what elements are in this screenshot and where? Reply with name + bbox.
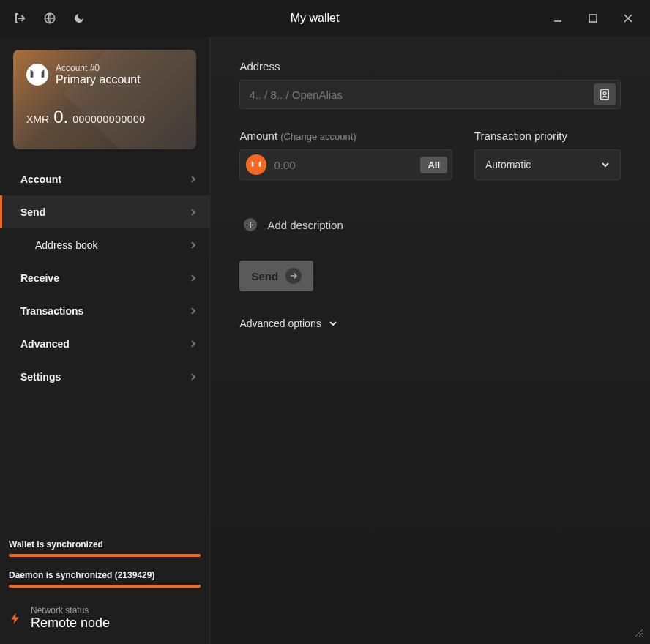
nav: Account Send Address book Receive [0, 162, 209, 393]
nav-settings[interactable]: Settings [0, 360, 209, 393]
nav-label: Transactions [20, 305, 83, 317]
arrow-right-icon [285, 268, 302, 284]
moon-icon[interactable] [72, 11, 86, 26]
nav-receive[interactable]: Receive [0, 261, 209, 294]
send-panel: Address Amount (Change account) All [210, 37, 650, 644]
nav-address-book[interactable]: Address book [0, 228, 209, 261]
chevron-right-icon [190, 340, 196, 348]
svg-point-7 [603, 92, 606, 95]
wallet-sync-status: Wallet is synchronized [9, 539, 201, 550]
nav-account[interactable]: Account [0, 162, 209, 195]
account-card[interactable]: Account #0 Primary account XMR 0. 000000… [13, 50, 196, 149]
nav-label: Receive [20, 272, 59, 284]
nav-label: Advanced [20, 338, 70, 350]
network-status[interactable]: Network status Remote node [9, 601, 201, 635]
monero-logo-icon [26, 64, 48, 86]
nav-label: Address book [35, 239, 98, 251]
balance: XMR 0. 000000000000 [26, 107, 183, 127]
address-label: Address [239, 60, 621, 72]
maximize-button[interactable] [578, 7, 608, 29]
change-account-link[interactable]: (Change account) [280, 131, 356, 142]
nav-send[interactable]: Send [0, 195, 209, 228]
logout-icon[interactable] [13, 11, 28, 26]
nav-label: Settings [20, 371, 61, 383]
chevron-right-icon [190, 307, 196, 315]
amount-label: Amount (Change account) [239, 130, 452, 142]
svg-rect-2 [589, 15, 597, 22]
add-description-label: Add description [267, 219, 343, 231]
chevron-right-icon [190, 175, 196, 184]
network-status-label: Network status [31, 605, 110, 615]
bolt-icon [9, 609, 22, 628]
add-description-button[interactable]: + Add description [239, 218, 621, 231]
priority-select[interactable]: Automatic [474, 149, 621, 180]
sidebar: Account #0 Primary account XMR 0. 000000… [0, 37, 210, 644]
daemon-sync-bar [9, 585, 201, 588]
account-name: Primary account [56, 73, 141, 86]
priority-value: Automatic [485, 159, 531, 171]
chevron-right-icon [190, 208, 196, 217]
amount-all-button[interactable]: All [420, 157, 447, 173]
titlebar: My wallet [0, 0, 650, 37]
address-input-row [239, 80, 621, 109]
account-number: Account #0 [56, 63, 141, 73]
amount-input-row: All [239, 149, 452, 180]
network-status-value: Remote node [31, 615, 110, 631]
address-input[interactable] [249, 89, 594, 101]
nav-advanced[interactable]: Advanced [0, 327, 209, 360]
advanced-options-label: Advanced options [239, 318, 321, 329]
plus-icon: + [244, 218, 257, 231]
monero-icon [246, 154, 266, 175]
chevron-right-icon [190, 372, 196, 381]
advanced-options-toggle[interactable]: Advanced options [239, 318, 621, 329]
daemon-sync-status: Daemon is synchronized (2139429) [9, 570, 201, 580]
send-button[interactable]: Send [239, 261, 313, 291]
amount-input[interactable] [274, 159, 413, 171]
wallet-sync-bar [9, 554, 201, 557]
globe-icon[interactable] [42, 11, 57, 26]
nav-label: Send [20, 206, 45, 218]
priority-label: Transaction priority [474, 130, 621, 142]
chevron-right-icon [190, 241, 196, 250]
close-button[interactable] [613, 7, 643, 29]
chevron-down-icon [329, 321, 337, 326]
chevron-right-icon [190, 274, 196, 282]
nav-label: Account [20, 173, 61, 185]
resize-handle-icon[interactable] [634, 628, 644, 638]
window-title: My wallet [86, 12, 543, 25]
chevron-down-icon [601, 162, 610, 168]
address-book-button[interactable] [594, 83, 616, 105]
minimize-button[interactable] [543, 7, 572, 29]
svg-point-5 [27, 64, 48, 85]
nav-transactions[interactable]: Transactions [0, 294, 209, 327]
send-button-label: Send [251, 270, 278, 282]
